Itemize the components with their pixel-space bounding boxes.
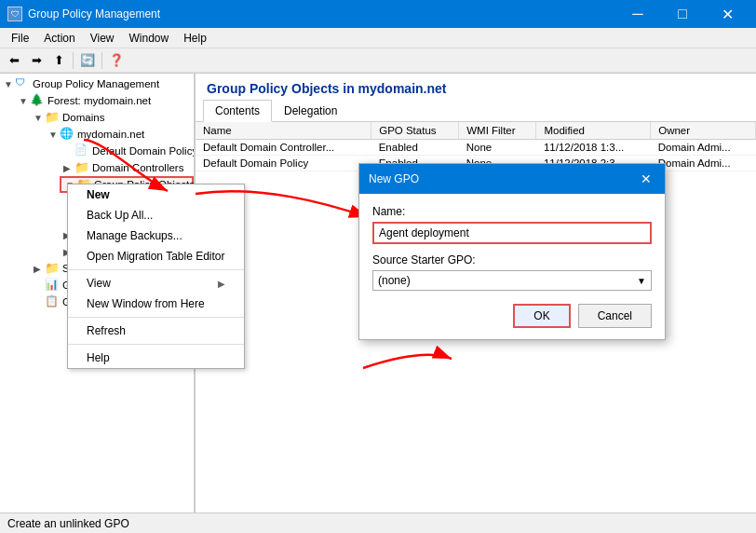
source-label: Source Starter GPO: bbox=[372, 253, 652, 266]
cancel-button[interactable]: Cancel bbox=[578, 304, 652, 328]
source-select-container: (none) ▼ bbox=[372, 270, 652, 291]
dialog-titlebar: New GPO ✕ bbox=[359, 164, 665, 194]
dialog-close-button[interactable]: ✕ bbox=[637, 170, 655, 188]
name-label: Name: bbox=[372, 205, 652, 218]
dialog-title: New GPO bbox=[369, 172, 419, 185]
name-input[interactable] bbox=[372, 222, 652, 244]
source-select[interactable]: (none) bbox=[372, 270, 652, 291]
dialog-overlay: New GPO ✕ Name: Source Starter GPO: (non… bbox=[0, 0, 756, 533]
dialog-body: Name: Source Starter GPO: (none) ▼ OK Ca… bbox=[359, 194, 665, 339]
new-gpo-dialog: New GPO ✕ Name: Source Starter GPO: (non… bbox=[358, 163, 666, 340]
ok-button[interactable]: OK bbox=[513, 304, 570, 328]
dialog-buttons: OK Cancel bbox=[372, 304, 652, 328]
